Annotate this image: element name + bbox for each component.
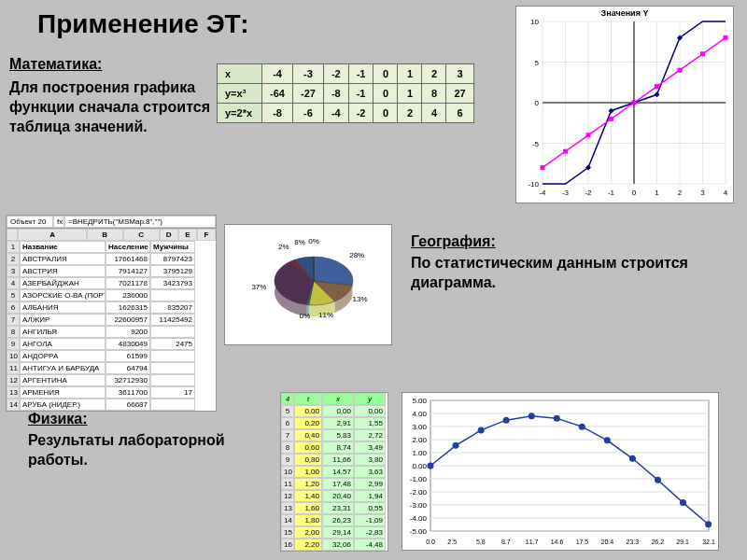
svg-text:3.00: 3.00: [412, 423, 427, 431]
svg-point-93: [705, 521, 712, 527]
svg-text:5.8: 5.8: [476, 539, 486, 545]
fx-label: fx: [53, 216, 64, 228]
table-row: 162,2032,06-4,48: [281, 539, 388, 551]
page-title: Применение ЭТ:: [37, 9, 249, 39]
table-row: 111,2017,482,99: [281, 478, 388, 490]
table-cell: 2: [422, 64, 446, 84]
svg-text:0%: 0%: [308, 237, 319, 245]
physics-section: Физика: Результаты лабораторной работы.: [28, 411, 271, 470]
physics-header: Физика:: [28, 411, 271, 427]
svg-text:11%: 11%: [318, 311, 333, 319]
svg-rect-37: [700, 51, 705, 56]
svg-text:5: 5: [535, 59, 540, 67]
svg-text:2.00: 2.00: [412, 436, 427, 444]
svg-text:2: 2: [678, 189, 683, 197]
svg-rect-31: [563, 149, 568, 154]
geography-spreadsheet: Объект 20 fx =ВНЕДРИТЬ("MSMap.8","") ABC…: [6, 215, 217, 412]
svg-rect-30: [541, 165, 545, 170]
svg-text:-4.00: -4.00: [410, 514, 428, 523]
svg-text:37%: 37%: [251, 283, 266, 291]
physics-body: Результаты лабораторной работы.: [28, 431, 271, 470]
table-cell: -8: [262, 104, 293, 123]
table-row: 7АЛЖИР2260095711425492: [7, 314, 216, 326]
table-row: 3АВСТРИЯ79141273795129: [7, 265, 216, 277]
table-cell: -2: [323, 64, 348, 84]
math-section: Математика: Для построения графика функц…: [9, 56, 215, 136]
col-header: C: [123, 229, 160, 241]
svg-text:28%: 28%: [349, 251, 364, 259]
svg-text:-4: -4: [539, 189, 546, 197]
col-header: A: [18, 229, 86, 241]
svg-text:23.3: 23.3: [626, 539, 639, 545]
svg-point-86: [529, 413, 535, 419]
svg-text:0: 0: [535, 99, 540, 107]
svg-text:20.4: 20.4: [601, 539, 614, 545]
table-cell: 4: [422, 104, 446, 123]
table-row: 6АЛБАНИЯ1626315835207: [7, 301, 216, 314]
svg-point-90: [629, 455, 636, 462]
table-row: 14АРУБА (НИДЕР.)66687: [7, 399, 216, 411]
table-cell: 3: [446, 64, 473, 84]
svg-text:1: 1: [655, 189, 659, 197]
table-cell: -1: [348, 84, 374, 104]
geography-section: География: По статистическим данным стро…: [411, 233, 719, 293]
table-cell: 6: [446, 104, 473, 123]
svg-rect-34: [632, 101, 637, 105]
svg-rect-32: [586, 133, 591, 137]
svg-point-87: [554, 415, 560, 422]
table-row: 80,608,743,49: [281, 441, 388, 454]
formula-field: =ВНЕДРИТЬ("MSMap.8",""): [64, 216, 216, 228]
name-box: Объект 20: [7, 216, 53, 228]
table-row: 90,8011,663,80: [281, 454, 388, 466]
svg-text:-1.00: -1.00: [410, 475, 428, 483]
svg-text:14.6: 14.6: [551, 539, 564, 545]
physics-chart: -5.00-4.00-3.00-2.00-1.000.001.002.003.0…: [402, 392, 719, 551]
table-cell: x: [218, 64, 262, 84]
table-cell: -27: [292, 84, 323, 104]
svg-text:-2.00: -2.00: [410, 488, 428, 497]
svg-rect-33: [609, 117, 613, 121]
col-header: F: [197, 229, 216, 241]
table-cell: -6: [292, 104, 323, 123]
table-cell: -64: [262, 84, 293, 104]
geography-body: По статистическим данным строится диагра…: [411, 254, 719, 293]
table-row: 12АРГЕНТИНА32712930: [7, 374, 216, 386]
svg-text:2%: 2%: [278, 243, 289, 251]
math-body: Для построения графика функции сначала с…: [9, 78, 215, 136]
svg-text:4: 4: [724, 189, 728, 197]
svg-text:10: 10: [530, 18, 539, 26]
svg-text:32.1: 32.1: [702, 539, 715, 545]
table-row: 121,4020,401,94: [281, 490, 388, 502]
svg-text:11.7: 11.7: [526, 539, 539, 545]
svg-rect-38: [724, 35, 728, 40]
svg-text:17.5: 17.5: [576, 539, 589, 545]
pie-chart: 28%13%11%0%37%2%8%0%: [224, 224, 392, 345]
table-cell: 0: [374, 84, 398, 104]
table-cell: y=x³: [218, 84, 262, 104]
table-row: 152,0029,14-2,83: [281, 526, 388, 539]
svg-point-83: [453, 442, 459, 449]
svg-text:5.00: 5.00: [412, 397, 427, 405]
col-header: [7, 229, 18, 241]
table-cell: -8: [323, 84, 348, 104]
geography-header: География:: [411, 233, 719, 250]
svg-text:29.1: 29.1: [676, 539, 689, 545]
svg-point-92: [680, 499, 686, 506]
svg-text:-5.00: -5.00: [410, 527, 428, 536]
function-table: x-4-3-2-10123y=x³-64-27-8-101827y=2*x-8-…: [217, 63, 474, 123]
table-row: 9АНГОЛА48300492475: [7, 338, 216, 350]
svg-text:8%: 8%: [294, 238, 305, 246]
svg-text:-2: -2: [585, 189, 592, 197]
svg-point-89: [604, 437, 611, 443]
svg-point-84: [478, 427, 485, 433]
svg-text:-5: -5: [532, 140, 540, 148]
table-row: 11АНТИГУА И БАРБУДА64794: [7, 362, 216, 374]
table-cell: y=2*x: [218, 104, 262, 123]
svg-text:1.00: 1.00: [412, 449, 427, 457]
physics-spreadsheet: 4txy50,000,000,0060,202,911,5570,405,832…: [280, 392, 388, 552]
table-cell: 0: [374, 64, 398, 84]
table-row: 4АЗЕРБАЙДЖАН70211783423793: [7, 277, 216, 289]
svg-rect-35: [655, 84, 659, 89]
svg-text:-3.00: -3.00: [410, 501, 428, 510]
table-cell: 0: [374, 104, 398, 123]
